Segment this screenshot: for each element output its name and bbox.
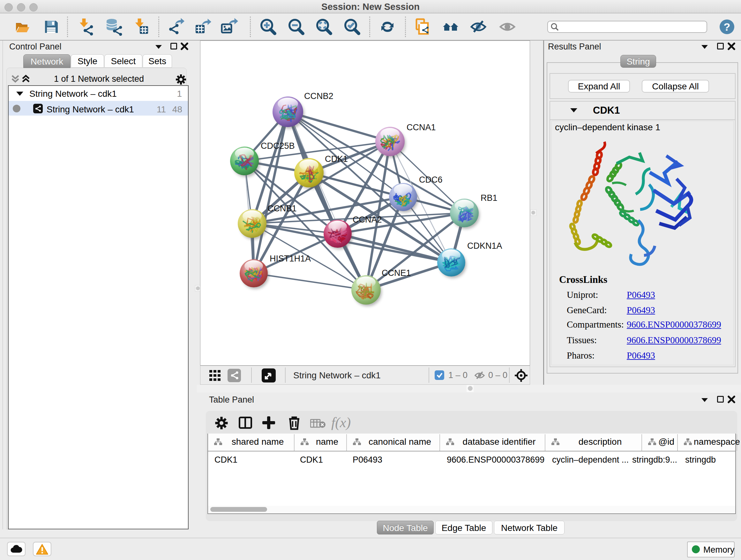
svg-text:CCNA1: CCNA1 bbox=[407, 123, 436, 132]
svg-text:RB1: RB1 bbox=[481, 193, 497, 203]
svg-text:CCNA2: CCNA2 bbox=[353, 215, 382, 225]
svg-text:CDKN1A: CDKN1A bbox=[467, 241, 502, 251]
svg-text:CDC25B: CDC25B bbox=[261, 141, 295, 151]
svg-text:CCNB2: CCNB2 bbox=[304, 91, 333, 101]
svg-text:CDC6: CDC6 bbox=[419, 175, 443, 185]
svg-text:CCNB1: CCNB1 bbox=[267, 204, 297, 213]
svg-text:HIST1H1A: HIST1H1A bbox=[270, 254, 311, 263]
svg-text:CCNE1: CCNE1 bbox=[382, 268, 411, 278]
svg-text:CDK1: CDK1 bbox=[325, 154, 348, 164]
